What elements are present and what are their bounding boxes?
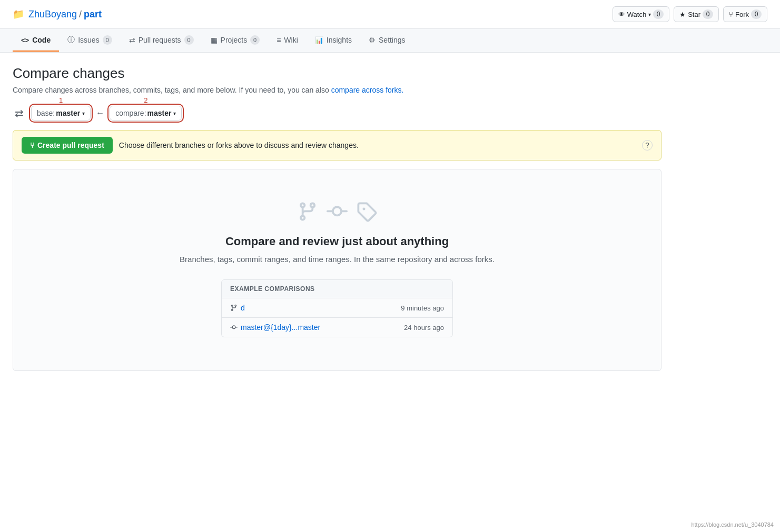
notice-left: ⑂ Create pull request Choose different b… (22, 137, 359, 154)
help-icon-text: ? (645, 141, 649, 149)
base-branch-wrapper: 1 base: master ▾ (31, 106, 91, 121)
swap-button[interactable]: ⇄ (13, 105, 26, 122)
settings-icon: ⚙ (369, 36, 376, 44)
arrow-icon: ← (96, 108, 104, 118)
notice-bar: ⑂ Create pull request Choose different b… (13, 130, 661, 160)
page-title: Compare changes (13, 65, 661, 82)
annotation-1: 1 (59, 96, 63, 104)
code-icon: <> (21, 36, 29, 44)
compare-row-icon (230, 324, 238, 331)
top-bar: 📁 ZhuBoyang / part 👁 Watch ▾ 0 ★ Star 0 … (0, 0, 780, 29)
comparison-master-text: master@{1day}...master (241, 323, 320, 332)
pr-icon: ⑂ (30, 141, 34, 149)
tab-insights-label: Insights (327, 36, 352, 44)
wiki-icon: ≡ (277, 36, 281, 44)
tag-icon (356, 201, 377, 222)
create-pr-button[interactable]: ⑂ Create pull request (22, 137, 113, 154)
star-icon: ★ (679, 11, 686, 18)
eye-icon: 👁 (618, 11, 625, 18)
star-label: Star (688, 11, 700, 18)
repo-name[interactable]: part (84, 9, 102, 20)
example-table-header: EXAMPLE COMPARISONS (222, 280, 452, 298)
empty-state: Compare and review just about anything B… (13, 169, 661, 371)
tab-pr-label: Pull requests (139, 36, 181, 44)
compare-branch-wrapper: 2 compare: master ▾ (110, 106, 182, 121)
fork-count: 0 (751, 9, 762, 19)
branch-row-icon (230, 304, 238, 312)
fork-icon: ⑂ (729, 11, 733, 18)
pr-icon: ⇄ (129, 36, 135, 44)
tab-projects-label: Projects (221, 36, 248, 44)
repo-title: 📁 ZhuBoyang / part (13, 8, 102, 20)
star-button[interactable]: ★ Star 0 (674, 6, 719, 22)
compare-forks-link[interactable]: compare across forks. (331, 86, 404, 94)
caret-icon: ▾ (648, 12, 651, 17)
tab-wiki-label: Wiki (284, 36, 298, 44)
branch-icon (297, 201, 318, 222)
tab-settings[interactable]: ⚙ Settings (360, 29, 414, 52)
example-comparisons-table: EXAMPLE COMPARISONS d 9 minutes ago mast… (221, 279, 453, 337)
empty-state-icons (26, 201, 648, 222)
compare-branch-select[interactable]: compare: master ▾ (110, 106, 182, 121)
comparison-d-text: d (241, 304, 245, 312)
pr-badge: 0 (184, 35, 194, 45)
compare-label: compare: (115, 109, 146, 117)
issues-badge: 0 (103, 35, 112, 45)
table-row: master@{1day}...master 24 hours ago (222, 318, 452, 337)
projects-icon: ▦ (211, 36, 218, 44)
fork-label: Fork (735, 11, 749, 18)
repo-owner[interactable]: ZhuBoyang (28, 9, 77, 20)
tab-insights[interactable]: 📊 Insights (307, 29, 360, 52)
comparison-link-d[interactable]: d (230, 304, 245, 312)
tab-code[interactable]: <> Code (13, 29, 59, 52)
watch-button[interactable]: 👁 Watch ▾ 0 (613, 6, 669, 22)
projects-badge: 0 (250, 35, 260, 45)
star-count: 0 (703, 9, 713, 19)
base-branch-name: master (56, 109, 80, 117)
comparison-master-time: 24 hours ago (404, 324, 444, 332)
tab-pull-requests[interactable]: ⇄ Pull requests 0 (121, 29, 202, 52)
annotation-2: 2 (144, 96, 147, 104)
watch-label: Watch (627, 11, 646, 18)
swap-icon: ⇄ (15, 107, 24, 119)
notice-message: Choose different branches or forks above… (119, 141, 359, 149)
repo-separator: / (79, 9, 82, 20)
tab-issues-label: Issues (78, 36, 99, 44)
create-pr-label: Create pull request (37, 141, 104, 149)
empty-state-title: Compare and review just about anything (26, 235, 648, 248)
base-branch-select[interactable]: base: master ▾ (31, 106, 91, 121)
tab-wiki[interactable]: ≡ Wiki (268, 29, 307, 52)
issues-icon: ⓘ (67, 35, 75, 45)
top-actions: 👁 Watch ▾ 0 ★ Star 0 ⑂ Fork 0 (613, 6, 767, 22)
watch-count: 0 (653, 9, 664, 19)
base-label: base: (37, 109, 55, 117)
commit-icon (327, 201, 348, 222)
tab-issues[interactable]: ⓘ Issues 0 (59, 29, 120, 52)
nav-tabs: <> Code ⓘ Issues 0 ⇄ Pull requests 0 ▦ P… (0, 29, 780, 53)
table-row: d 9 minutes ago (222, 298, 452, 318)
help-button[interactable]: ? (642, 140, 653, 150)
repo-icon: 📁 (13, 8, 24, 20)
main-content: Compare changes Compare changes across b… (0, 53, 674, 392)
base-branch-caret: ▾ (82, 111, 85, 116)
comparison-d-time: 9 minutes ago (401, 304, 444, 312)
compare-branch-name: master (147, 109, 172, 117)
comparison-link-master[interactable]: master@{1day}...master (230, 323, 320, 332)
compare-branch-caret: ▾ (173, 111, 176, 116)
tab-projects[interactable]: ▦ Projects 0 (202, 29, 269, 52)
insights-icon: 📊 (315, 36, 323, 44)
tab-code-label: Code (32, 36, 51, 44)
page-description: Compare changes across branches, commits… (13, 86, 661, 94)
empty-state-description: Branches, tags, commit ranges, and time … (26, 255, 648, 264)
compare-controls: ⇄ 1 base: master ▾ ← 2 compare: master ▾ (13, 105, 661, 122)
fork-button[interactable]: ⑂ Fork 0 (723, 6, 767, 22)
tab-settings-label: Settings (379, 36, 406, 44)
